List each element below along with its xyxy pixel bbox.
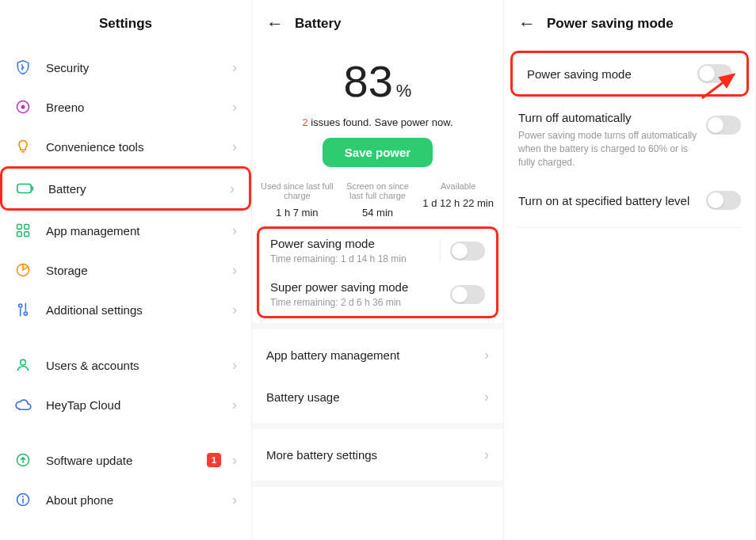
battery-title: Battery	[295, 16, 342, 32]
settings-item-battery[interactable]: Battery›	[0, 166, 251, 211]
super-power-saving-mode-row[interactable]: Super power saving mode Time remaining: …	[259, 272, 496, 316]
psm-toggle[interactable]	[697, 64, 732, 83]
svg-rect-2	[17, 184, 31, 193]
turn-on-level-toggle[interactable]	[706, 191, 741, 210]
settings-item-label: App management	[46, 224, 226, 238]
svg-rect-6	[17, 232, 22, 237]
bulb-icon	[14, 138, 32, 155]
chevron-right-icon: ›	[232, 302, 237, 318]
power-saving-mode-title: Power saving mode	[270, 237, 430, 250]
battery-panel: ← Battery 83% 2 issues found. Save power…	[252, 0, 504, 540]
battery-stats: Used since last full charge 1 h 7 min Sc…	[257, 181, 498, 219]
stat-screen-value: 54 min	[341, 207, 415, 219]
psm-title: Power saving mode	[547, 16, 674, 32]
settings-item-heytap-cloud[interactable]: HeyTap Cloud›	[0, 385, 251, 424]
chevron-right-icon: ›	[484, 389, 489, 405]
settings-header: Settings	[0, 0, 251, 48]
super-power-saving-mode-toggle[interactable]	[450, 285, 485, 304]
psm-highlight: Power saving mode	[510, 51, 749, 97]
turn-off-auto-toggle[interactable]	[706, 116, 741, 135]
pie-icon	[14, 261, 32, 279]
settings-item-additional-settings[interactable]: Additional settings›	[0, 290, 251, 329]
chevron-right-icon: ›	[232, 139, 237, 155]
issues-count: 2	[302, 116, 307, 128]
update-badge: 1	[207, 453, 221, 467]
chevron-right-icon: ›	[232, 222, 237, 239]
settings-item-convenience-tools[interactable]: Convenience tools›	[0, 127, 251, 166]
battery-header: ← Battery	[252, 0, 503, 48]
settings-item-users-accounts[interactable]: Users & accounts›	[0, 345, 251, 385]
svg-rect-5	[25, 225, 29, 230]
settings-item-label: HeyTap Cloud	[46, 398, 226, 412]
more-battery-settings-label: More battery settings	[266, 448, 478, 462]
chevron-right-icon: ›	[232, 397, 237, 413]
arrow-up-circle-icon	[14, 451, 32, 469]
battery-percent-number: 83	[344, 55, 393, 107]
stat-available-label: Available	[421, 181, 495, 191]
info-icon	[14, 491, 32, 508]
battery-issues-text: 2 issues found. Save power now.	[252, 116, 503, 128]
settings-item-storage[interactable]: Storage›	[0, 250, 251, 290]
battery-usage-row[interactable]: Battery usage ›	[252, 376, 503, 418]
super-power-saving-mode-sub: Time remaining: 2 d 6 h 36 min	[270, 297, 450, 308]
stat-used: Used since last full charge 1 h 7 min	[257, 181, 338, 219]
battery-percentage: 83%	[252, 48, 503, 112]
chevron-right-icon: ›	[484, 447, 489, 463]
psm-toggle-title: Power saving mode	[527, 67, 697, 81]
issues-suffix: issues found. Save power now.	[308, 116, 453, 128]
power-saving-mode-sub: Time remaining: 1 d 14 h 18 min	[270, 253, 430, 264]
circle-dot-icon	[14, 98, 32, 116]
app-battery-management-label: App battery management	[266, 348, 478, 362]
back-arrow-icon[interactable]: ←	[518, 13, 536, 34]
settings-item-label: Battery	[48, 182, 223, 196]
svg-point-10	[24, 312, 27, 315]
svg-point-13	[21, 359, 26, 365]
svg-rect-3	[32, 186, 33, 191]
back-arrow-icon[interactable]: ←	[266, 13, 284, 34]
chevron-right-icon: ›	[232, 492, 237, 508]
settings-panel: Settings Security›Breeno›Convenience too…	[0, 0, 252, 540]
power-modes-highlight: Power saving mode Time remaining: 1 d 14…	[257, 226, 498, 318]
stat-used-value: 1 h 7 min	[260, 207, 334, 219]
power-saving-mode-panel: ← Power saving mode Power saving mode Tu…	[504, 0, 756, 540]
stat-available: Available 1 d 12 h 22 min	[418, 181, 498, 219]
settings-title: Settings	[99, 16, 152, 32]
settings-item-about-phone[interactable]: About phone›	[0, 480, 251, 519]
shield-icon	[14, 59, 32, 76]
svg-point-9	[19, 304, 22, 307]
power-saving-mode-row[interactable]: Power saving mode Time remaining: 1 d 14…	[259, 229, 496, 272]
save-power-button[interactable]: Save power	[323, 138, 433, 167]
divider	[518, 227, 741, 228]
section-divider	[252, 323, 503, 329]
turn-on-level-row[interactable]: Turn on at specified battery level	[504, 180, 755, 221]
settings-item-label: About phone	[46, 493, 226, 507]
app-battery-management-row[interactable]: App battery management ›	[252, 334, 503, 376]
chevron-right-icon: ›	[232, 452, 237, 469]
stat-screen: Screen on since last full charge 54 min	[338, 181, 418, 219]
battery-percent-symbol: %	[396, 81, 412, 101]
chevron-right-icon: ›	[232, 357, 237, 374]
psm-toggle-row[interactable]: Power saving mode	[513, 53, 746, 94]
bottom-gap	[252, 481, 503, 487]
stat-available-value: 1 d 12 h 22 min	[421, 197, 495, 209]
power-saving-mode-toggle[interactable]	[450, 241, 485, 260]
chevron-right-icon: ›	[484, 347, 489, 363]
cloud-icon	[14, 396, 32, 413]
settings-item-app-management[interactable]: App management›	[0, 211, 251, 250]
settings-item-breeno[interactable]: Breeno›	[0, 87, 251, 127]
turn-off-auto-sub: Power saving mode turns off automaticall…	[518, 129, 706, 169]
svg-point-17	[22, 496, 24, 497]
user-icon	[14, 356, 32, 374]
settings-item-security[interactable]: Security›	[0, 48, 251, 87]
more-battery-settings-row[interactable]: More battery settings ›	[252, 434, 503, 476]
settings-item-label: Additional settings	[46, 303, 226, 317]
sliders-icon	[14, 301, 32, 318]
settings-item-label: Convenience tools	[46, 140, 226, 154]
settings-item-software-update[interactable]: Software update1›	[0, 440, 251, 480]
svg-rect-7	[25, 232, 29, 237]
turn-off-auto-title: Turn off automatically	[518, 111, 706, 124]
turn-off-auto-row[interactable]: Turn off automatically Power saving mode…	[504, 100, 755, 180]
settings-item-label: Breeno	[46, 101, 226, 114]
divider-vertical	[440, 239, 441, 263]
stat-used-label: Used since last full charge	[260, 181, 334, 200]
